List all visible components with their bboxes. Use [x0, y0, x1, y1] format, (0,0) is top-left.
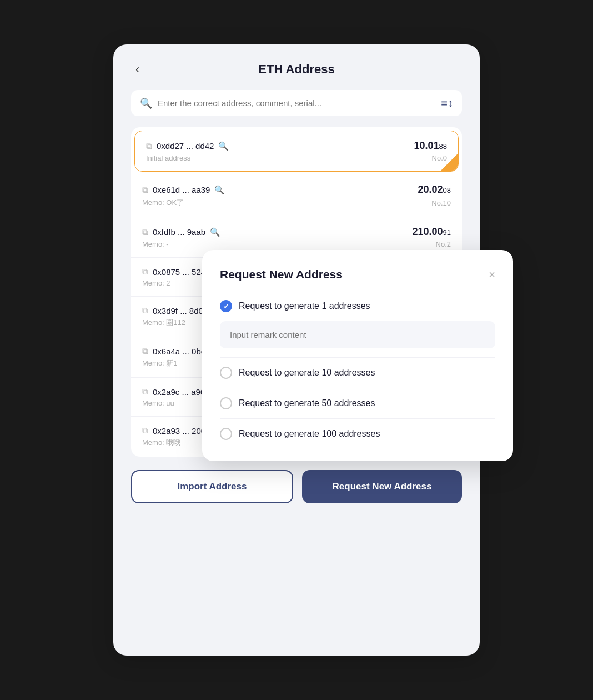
- request-new-address-modal: Request New Address × ✓ Request to gener…: [202, 250, 513, 461]
- modal-header: Request New Address ×: [220, 268, 495, 281]
- divider: [220, 357, 495, 358]
- radio-label: Request to generate 10 addresses: [239, 368, 375, 378]
- radio-label: Request to generate 50 addresses: [239, 398, 375, 408]
- modal-overlay: Request New Address × ✓ Request to gener…: [113, 44, 480, 656]
- modal-close-button[interactable]: ×: [489, 268, 495, 281]
- radio-option[interactable]: Request to generate 50 addresses: [220, 392, 495, 415]
- modal-title: Request New Address: [220, 268, 343, 281]
- modal-options: ✓ Request to generate 1 addresses Reques…: [220, 294, 495, 446]
- radio-circle: [220, 397, 232, 409]
- radio-label: Request to generate 100 addresses: [239, 429, 380, 439]
- remark-input[interactable]: [220, 321, 495, 348]
- radio-option[interactable]: Request to generate 10 addresses: [220, 361, 495, 384]
- radio-circle: [220, 367, 232, 379]
- main-card: ‹ ETH Address 🔍 ≡↕ ⧉ 0xdd27 ... dd42 🔍 1…: [113, 44, 480, 656]
- radio-label: Request to generate 1 addresses: [239, 301, 370, 311]
- radio-option[interactable]: ✓ Request to generate 1 addresses: [220, 294, 495, 318]
- radio-circle: ✓: [220, 300, 232, 312]
- radio-check-icon: ✓: [223, 302, 229, 311]
- radio-option[interactable]: Request to generate 100 addresses: [220, 422, 495, 446]
- divider: [220, 418, 495, 419]
- radio-circle: [220, 428, 232, 440]
- divider: [220, 388, 495, 388]
